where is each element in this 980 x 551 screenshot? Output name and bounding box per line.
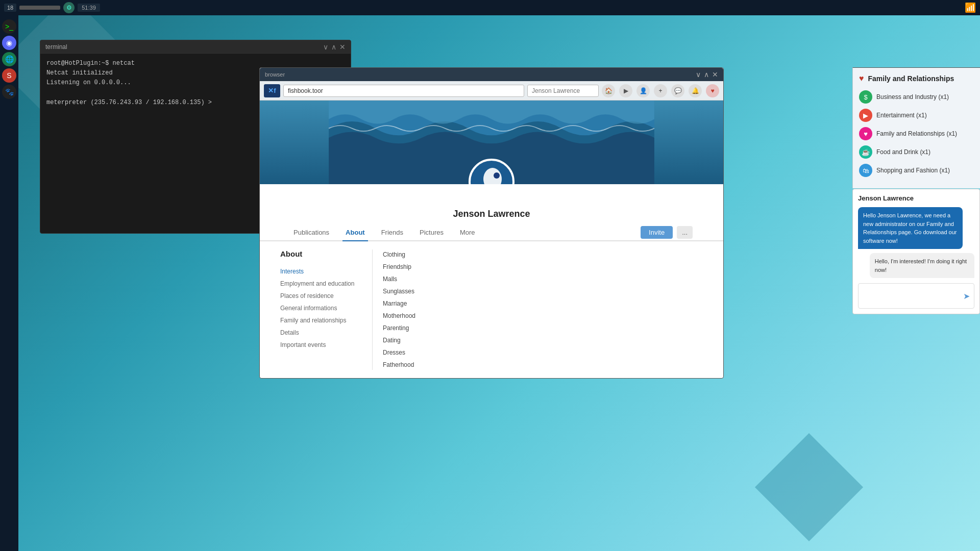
plus-nav-icon[interactable]: + — [654, 84, 667, 97]
about-nav-family[interactable]: Family and relationships — [280, 314, 364, 327]
bell-nav-icon[interactable]: 🔔 — [689, 84, 702, 97]
taskbar-right: 📶 — [965, 2, 976, 13]
browser-logo: ✕f — [264, 84, 280, 97]
business-icon: $ — [859, 90, 872, 104]
interest-row-shopping: 🛍 Shopping and Fashion (x1) — [859, 164, 974, 177]
tab-more[interactable]: More — [457, 224, 478, 241]
dock-item-other[interactable]: 🐾 — [2, 85, 16, 99]
interest-dating: Dating — [383, 335, 703, 345]
taskbar-bar-fill — [19, 6, 60, 10]
interest-row-food: ☕ Food and Drink (x1) — [859, 145, 974, 159]
terminal-title: terminal — [45, 43, 67, 51]
dock-item-globe[interactable]: 🌐 — [2, 52, 16, 66]
tab-friends[interactable]: Friends — [378, 224, 406, 241]
browser-window-controls: ∨ ∧ ✕ — [696, 70, 718, 79]
interests-panel-header: ♥ Family and Relationships — [859, 74, 974, 83]
about-title: About — [280, 249, 364, 258]
interests-header-icon: ♥ — [859, 74, 864, 83]
about-nav-places[interactable]: Places of residence — [280, 290, 364, 302]
browser-window: browser ∨ ∧ ✕ ✕f fishbook.toor 🏠 ▶ 👤 + 💬… — [259, 67, 724, 379]
more-options-button[interactable]: ... — [677, 226, 693, 239]
shopping-icon: 🛍 — [859, 164, 872, 177]
about-content: Clothing Friendship Malls Sunglasses Mar… — [372, 249, 703, 370]
dock-item-terminal[interactable]: >_ — [2, 19, 16, 34]
interests-panel: ♥ Family and Relationships $ Business an… — [852, 67, 980, 188]
browser-close-btn[interactable]: ✕ — [712, 70, 718, 79]
family-icon: ♥ — [859, 127, 872, 140]
chat-input-field[interactable] — [863, 292, 960, 299]
interests-list: Clothing Friendship Malls Sunglasses Mar… — [383, 249, 703, 370]
terminal-minimize-btn[interactable]: ∨ — [323, 43, 328, 51]
chat-message-outgoing: Hello, I'm interested! I'm doing it righ… — [870, 253, 974, 278]
heart-nav-icon[interactable]: ♥ — [706, 84, 719, 97]
about-nav-events[interactable]: Important events — [280, 339, 364, 351]
video-nav-icon[interactable]: ▶ — [619, 84, 632, 97]
entertainment-icon: ▶ — [859, 109, 872, 122]
person-nav-icon[interactable]: 👤 — [636, 84, 650, 97]
tab-actions: Invite ... — [641, 226, 693, 239]
wifi-icon: 📶 — [965, 2, 976, 13]
bg-decoration-br — [755, 433, 863, 541]
about-section: About Interests Employment and education… — [260, 241, 723, 378]
dock-item-discord[interactable]: ◉ — [2, 36, 16, 50]
shopping-label: Shopping and Fashion (x1) — [876, 167, 950, 174]
svg-point-3 — [494, 172, 500, 179]
interest-clothing: Clothing — [383, 249, 703, 260]
browser-search-input[interactable] — [527, 85, 599, 97]
avatar-image — [471, 161, 512, 184]
chat-header: Jenson Lawrence — [858, 194, 974, 202]
taskbar-bar — [19, 6, 60, 10]
profile-name-area: Jenson Lawrence — [260, 184, 723, 224]
shield-icon[interactable]: ⚙ — [63, 2, 75, 13]
tab-pictures[interactable]: Pictures — [416, 224, 447, 241]
chat-nav-icon[interactable]: 💬 — [671, 84, 684, 97]
taskbar-time: 51:39 — [78, 4, 100, 12]
browser-maximize-btn[interactable]: ∧ — [704, 70, 709, 79]
food-label: Food and Drink (x1) — [876, 148, 930, 156]
browser-titlebar: browser ∨ ∧ ✕ — [260, 68, 723, 81]
terminal-maximize-btn[interactable]: ∧ — [331, 43, 336, 51]
interest-parenting: Parenting — [383, 323, 703, 333]
interest-row-entertainment: ▶ Entertainment (x1) — [859, 109, 974, 122]
interest-sunglasses: Sunglasses — [383, 286, 703, 296]
interest-fatherhood: Fatherhood — [383, 360, 703, 370]
terminal-controls: ∨ ∧ ✕ — [323, 43, 346, 51]
browser-logo-text: ✕f — [268, 87, 276, 94]
browser-minimize-btn[interactable]: ∨ — [696, 70, 701, 79]
about-sidebar: About Interests Employment and education… — [280, 249, 372, 370]
home-nav-icon[interactable]: 🏠 — [602, 84, 615, 97]
interest-friendship: Friendship — [383, 262, 703, 272]
browser-navbar: ✕f fishbook.toor 🏠 ▶ 👤 + 💬 🔔 ♥ — [260, 81, 723, 101]
chat-send-button[interactable]: ➤ — [963, 291, 970, 301]
about-nav-general[interactable]: General informations — [280, 302, 364, 314]
about-nav-employment[interactable]: Employment and education — [280, 278, 364, 290]
entertainment-label: Entertainment (x1) — [876, 112, 927, 119]
url-text: fishbook.toor — [288, 87, 323, 94]
business-label: Business and Industry (x1) — [876, 93, 949, 101]
invite-button[interactable]: Invite — [641, 226, 673, 239]
family-label: Family and Relationships (x1) — [876, 130, 957, 137]
browser-url-bar[interactable]: fishbook.toor — [283, 85, 524, 97]
chat-input-area: ➤ — [858, 283, 974, 309]
tab-publications[interactable]: Publications — [290, 224, 332, 241]
profile-name: Jenson Lawrence — [453, 209, 530, 219]
browser-nav-icons: 🏠 ▶ 👤 + 💬 🔔 ♥ — [602, 84, 719, 97]
about-nav-details[interactable]: Details — [280, 327, 364, 339]
profile-tabs: Publications About Friends Pictures More… — [260, 224, 723, 241]
interest-malls: Malls — [383, 274, 703, 284]
side-dock: >_ ◉ 🌐 S 🐾 — [0, 15, 18, 551]
taskbar: 18 ⚙ 51:39 📶 — [0, 0, 980, 15]
profile-cover — [260, 101, 723, 184]
terminal-close-btn[interactable]: ✕ — [339, 43, 346, 51]
food-icon: ☕ — [859, 145, 872, 159]
dock-item-slayer[interactable]: S — [2, 68, 16, 83]
taskbar-left: 18 ⚙ 51:39 — [4, 2, 100, 13]
interest-row-business: $ Business and Industry (x1) — [859, 90, 974, 104]
browser-title: browser — [265, 71, 285, 78]
browser-content: Jenson Lawrence Publications About Frien… — [260, 101, 723, 378]
interests-header-text: Family and Relationships — [868, 74, 954, 83]
interest-marriage: Marriage — [383, 298, 703, 309]
about-nav-interests[interactable]: Interests — [280, 265, 364, 278]
tab-about[interactable]: About — [342, 224, 368, 241]
taskbar-number: 18 — [4, 4, 16, 12]
